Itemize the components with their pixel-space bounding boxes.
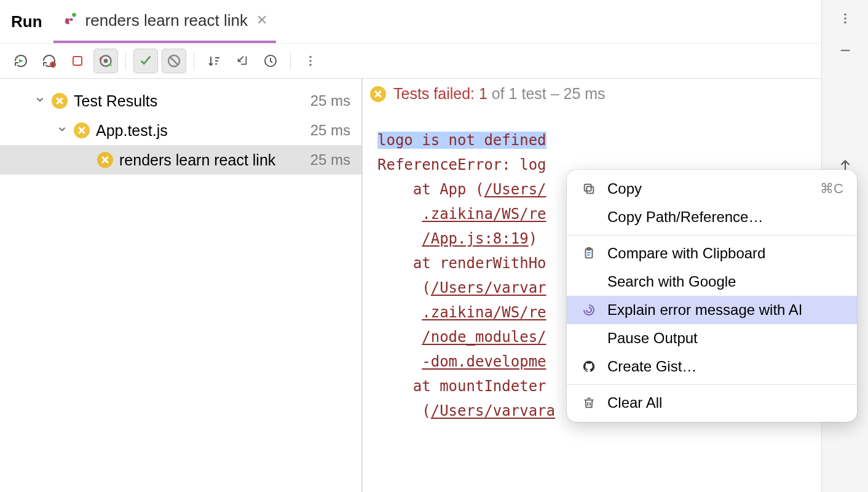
history-button[interactable] xyxy=(258,49,283,73)
fail-icon xyxy=(74,122,90,138)
stack-link[interactable]: .zaikina/WS/re xyxy=(422,205,546,223)
more-options-button[interactable] xyxy=(298,49,323,73)
svg-point-1 xyxy=(65,18,68,22)
fail-icon xyxy=(370,86,386,102)
fail-icon xyxy=(97,152,113,168)
clipboard-icon xyxy=(580,247,598,260)
chevron-down-icon[interactable] xyxy=(34,94,45,108)
context-menu: Copy ⌘C Copy Path/Reference… Compare wit… xyxy=(567,170,857,422)
stop-button[interactable] xyxy=(65,49,90,73)
separator xyxy=(125,52,126,69)
svg-point-11 xyxy=(309,60,312,62)
toggle-auto-test-button[interactable] xyxy=(93,49,118,73)
summary-failed: Tests failed: 1 xyxy=(393,85,487,102)
console-line: logo is not defined xyxy=(377,132,546,149)
header: Run renders learn react link ✕ xyxy=(0,0,821,43)
ai-icon xyxy=(580,303,598,317)
test-tree-item[interactable]: renders learn react link 25 ms xyxy=(0,145,361,175)
run-tool-label: Run xyxy=(11,12,42,31)
tree-time: 25 ms xyxy=(310,122,350,139)
stack-link[interactable]: /App.js:8:19 xyxy=(422,230,528,247)
stack-link[interactable]: /Users/varvara xyxy=(431,402,555,419)
tree-label: App.test.js xyxy=(96,122,304,140)
summary-rest: of 1 test – 25 ms xyxy=(487,85,606,102)
svg-point-14 xyxy=(844,17,846,20)
test-tree: Test Results 25 ms App.test.js 25 ms xyxy=(0,79,363,492)
separator xyxy=(290,52,291,69)
menu-separator xyxy=(567,384,857,385)
menu-pause-output[interactable]: Pause Output xyxy=(567,324,857,352)
menu-compare-clipboard[interactable]: Compare with Clipboard xyxy=(567,239,857,268)
close-tab-icon[interactable]: ✕ xyxy=(255,12,269,28)
menu-clear-all[interactable]: Clear All xyxy=(567,389,857,417)
stack-link[interactable]: /Users/varvar xyxy=(431,279,546,296)
stack-link[interactable]: -dom.developme xyxy=(422,353,546,370)
stack-link[interactable]: /Users/ xyxy=(484,181,546,198)
separator xyxy=(194,52,194,69)
tree-label: renders learn react link xyxy=(119,151,304,169)
fail-icon xyxy=(52,93,68,109)
svg-rect-17 xyxy=(585,184,591,191)
menu-separator xyxy=(567,235,857,236)
svg-point-7 xyxy=(104,59,108,63)
expand-button[interactable] xyxy=(230,49,254,73)
menu-copy-path[interactable]: Copy Path/Reference… xyxy=(567,203,857,231)
svg-point-15 xyxy=(844,22,846,24)
test-tree-file[interactable]: App.test.js 25 ms xyxy=(0,116,361,145)
test-summary: Tests failed: 1 of 1 test – 25 ms xyxy=(363,79,821,109)
sort-button[interactable] xyxy=(202,49,226,73)
chevron-down-icon[interactable] xyxy=(57,124,68,137)
show-ignored-button[interactable] xyxy=(162,49,186,73)
stack-link[interactable]: /node_modules/ xyxy=(422,328,546,346)
svg-point-10 xyxy=(309,56,312,58)
minimize-icon[interactable] xyxy=(835,41,855,60)
shortcut: ⌘C xyxy=(820,181,843,197)
test-tree-root[interactable]: Test Results 25 ms xyxy=(0,86,361,116)
svg-rect-16 xyxy=(586,186,593,193)
rerun-failed-button[interactable]: ! xyxy=(37,49,61,73)
github-icon xyxy=(580,360,598,373)
tree-time: 25 ms xyxy=(310,92,350,109)
menu-explain-ai[interactable]: Explain error message with AI xyxy=(567,296,857,324)
more-icon[interactable] xyxy=(835,9,855,28)
tab-title: renders learn react link xyxy=(85,11,248,30)
jest-icon xyxy=(62,12,78,28)
rerun-button[interactable] xyxy=(9,49,33,73)
menu-copy[interactable]: Copy ⌘C xyxy=(567,175,857,203)
trash-icon xyxy=(580,396,598,410)
svg-point-13 xyxy=(844,14,846,16)
copy-icon xyxy=(580,182,598,196)
stack-link[interactable]: .zaikina/WS/re xyxy=(422,304,546,321)
svg-point-2 xyxy=(69,18,73,22)
svg-point-12 xyxy=(309,64,312,66)
tree-time: 25 ms xyxy=(310,151,350,169)
svg-rect-5 xyxy=(73,57,82,65)
run-tab[interactable]: renders learn react link ✕ xyxy=(53,0,276,43)
toolbar: ! xyxy=(0,43,821,78)
tree-label: Test Results xyxy=(74,92,304,110)
svg-text:!: ! xyxy=(52,62,53,68)
show-passed-button[interactable] xyxy=(133,49,158,73)
svg-point-0 xyxy=(72,13,76,17)
menu-create-gist[interactable]: Create Gist… xyxy=(567,352,857,381)
menu-search-google[interactable]: Search with Google xyxy=(567,268,857,296)
